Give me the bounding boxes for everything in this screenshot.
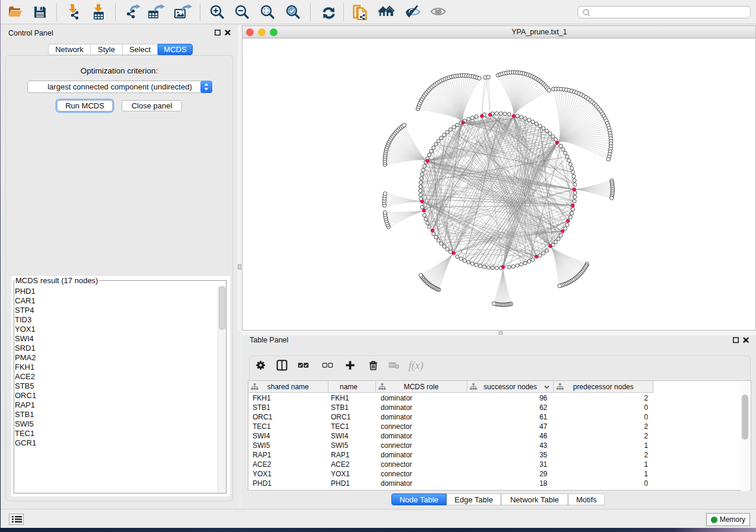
svg-text:f(x): f(x) — [409, 360, 423, 372]
